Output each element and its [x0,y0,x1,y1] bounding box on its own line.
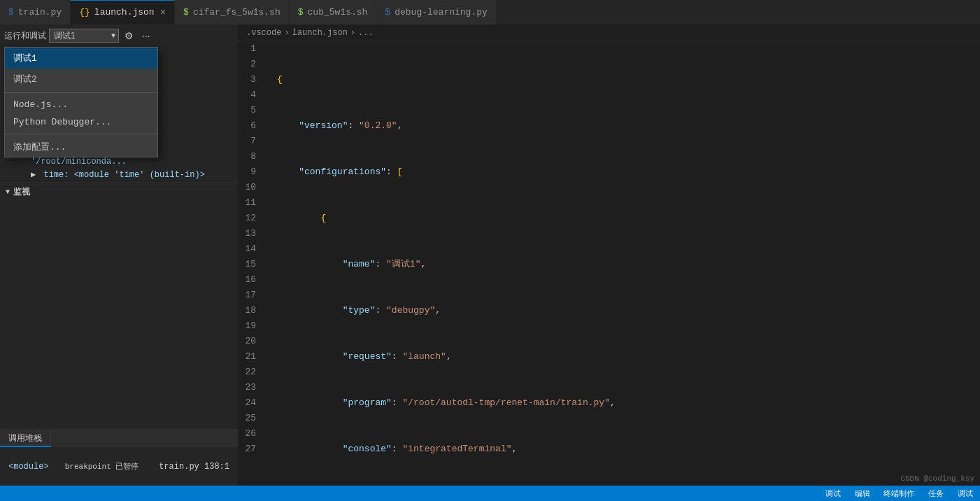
tab-label-train-py: train.py [18,7,62,17]
ln-15: 15 [238,257,263,272]
dropdown-item-debug2[interactable]: 调试2 [5,69,157,90]
tab-bar: $ train.py {} launch.json × $ cifar_fs_5… [0,0,980,24]
tab-icon-launch-json: {} [79,7,90,17]
ln-26: 26 [238,426,263,442]
line-numbers: 1 2 3 4 5 6 7 8 9 10 11 12 13 14 15 16 1 [238,41,271,486]
dropdown-item-nodejs[interactable]: Node.js... [5,96,157,113]
code-line-4: { [277,211,980,226]
settings-button[interactable]: ⚙ [122,29,136,43]
tab-label-launch-json: launch.json [94,7,155,17]
watch-arrow: ▼ [6,188,10,196]
tab-close-launch-json[interactable]: × [160,7,166,18]
ln-16: 16 [238,272,263,288]
ln-22: 22 [238,365,263,380]
ln-7: 7 [238,134,263,149]
ln-10: 10 [238,180,263,195]
breadcrumb-sep1: › [284,28,289,38]
run-debug-label: 运行和调试 [4,30,46,42]
editor-wrapper: 1 2 3 4 5 6 7 8 9 10 11 12 13 14 15 16 1 [238,41,980,486]
var-item-time[interactable]: ▶ time: <module 'time' (built-in)> [11,168,232,181]
tab-label-debug-py: debug-learning.py [395,7,488,17]
file-info: train.py 138:1 [159,462,229,472]
breadcrumb-launch: launch.json [292,28,348,38]
call-stack-content: <module> breakpoint 已智停 train.py 138:1 [0,447,238,486]
tab-icon-train-py: $ [8,7,14,17]
code-line-2: "version": "0.2.0", [277,118,980,134]
editor-area: .vscode › launch.json › ... 1 2 3 4 5 6 … [238,24,980,486]
ln-17: 17 [238,288,263,303]
breadcrumb: .vscode › launch.json › ... [238,24,980,41]
tab-debug-learning-py[interactable]: $ debug-learning.py [376,0,496,24]
call-stack-tab[interactable]: 调用堆栈 [0,430,51,447]
ln-19: 19 [238,318,263,334]
breakpoint-info: breakpoint 已智停 train.py 138:1 [65,461,229,472]
ln-5: 5 [238,103,263,118]
ln-11: 11 [238,195,263,211]
watch-section-header[interactable]: ▼ 监视 [0,183,238,201]
breakpoint-label: breakpoint 已智停 [65,463,139,471]
watermark: CSDN @coding_ksy [900,474,974,483]
code-line-9: "console": "integratedTerminal", [277,442,980,457]
main-area: 运行和调试 调试1 调试2 ▼ ⚙ ··· 调试1 调试2 Node.js...… [0,24,980,486]
ln-23: 23 [238,380,263,395]
sidebar: 运行和调试 调试1 调试2 ▼ ⚙ ··· 调试1 调试2 Node.js...… [0,24,238,486]
dropdown-item-add-config[interactable]: 添加配置... [5,137,157,157]
status-bar: 调试 编辑 终端制作 任务 调试 [0,486,980,501]
ln-25: 25 [238,411,263,426]
more-button[interactable]: ··· [139,29,153,43]
dropdown-divider [5,92,157,93]
ln-9: 9 [238,164,263,180]
ln-8: 8 [238,149,263,164]
ln-21: 21 [238,349,263,365]
code-line-1: { [277,72,980,87]
dropdown-divider-2 [5,134,157,134]
tab-cub-sh[interactable]: $ cub_5w1s.sh [290,0,377,24]
ln-20: 20 [238,334,263,349]
watch-label: 监视 [13,186,31,198]
code-line-7: "request": "launch", [277,349,980,365]
dropdown-item-debug1[interactable]: 调试1 [5,48,157,69]
watch-section: ▼ 监视 [0,183,238,201]
tab-label-cub-sh: cub_5w1s.sh [308,7,368,17]
debug-config-select[interactable]: 调试1 调试2 [49,29,119,43]
breadcrumb-sep2: › [350,28,355,38]
tab-cifar-sh[interactable]: $ cifar_fs_5w1s.sh [175,0,290,24]
tab-launch-json[interactable]: {} launch.json × [71,0,175,24]
tab-train-py[interactable]: $ train.py [0,0,71,24]
breadcrumb-vscode: .vscode [246,28,281,38]
expand-icon: ▶ [31,170,36,180]
ln-14: 14 [238,241,263,257]
ln-1: 1 [238,41,263,57]
ln-4: 4 [238,87,263,103]
tab-label-cifar-sh: cifar_fs_5w1s.sh [193,7,280,17]
ln-24: 24 [238,395,263,411]
call-stack-module: <module> [8,462,49,472]
debug-dropdown-menu: 调试1 调试2 Node.js... Python Debugger... 添加… [4,47,158,157]
ln-27: 27 [238,442,263,457]
ln-2: 2 [238,57,263,72]
code-line-8: "program": "/root/autodl-tmp/renet-main/… [277,395,980,411]
dropdown-item-python-debugger[interactable]: Python Debugger... [5,113,157,131]
code-line-5: "name": "调试1", [277,257,980,272]
sidebar-bottom-tabs: 调用堆栈 [0,430,238,447]
tab-icon-cifar-sh: $ [183,7,189,17]
ln-13: 13 [238,226,263,241]
call-stack-label: 调用堆栈 [8,432,42,444]
ln-18: 18 [238,303,263,318]
tab-icon-cub-sh: $ [298,7,304,17]
tab-icon-debug-py: $ [385,7,390,17]
sidebar-bottom-panel: 调用堆栈 <module> breakpoint 已智停 train.py 13… [0,430,238,486]
debug-config-select-wrapper: 调试1 调试2 ▼ [49,29,119,43]
status-bar-items: 调试 编辑 终端制作 任务 调试 [825,488,973,499]
code-line-6: "type": "debugpy", [277,303,980,318]
code-line-3: "configurations": [ [277,164,980,180]
ln-6: 6 [238,118,263,134]
code-content: { "version": "0.2.0", "configurations": … [271,41,980,486]
code-editor[interactable]: 1 2 3 4 5 6 7 8 9 10 11 12 13 14 15 16 1 [238,41,980,486]
ln-3: 3 [238,72,263,87]
var-name: time: <module 'time' (built-in)> [43,170,204,180]
breadcrumb-ellipsis: ... [358,28,374,38]
ln-12: 12 [238,211,263,226]
sidebar-toolbar: 运行和调试 调试1 调试2 ▼ ⚙ ··· [0,24,238,47]
